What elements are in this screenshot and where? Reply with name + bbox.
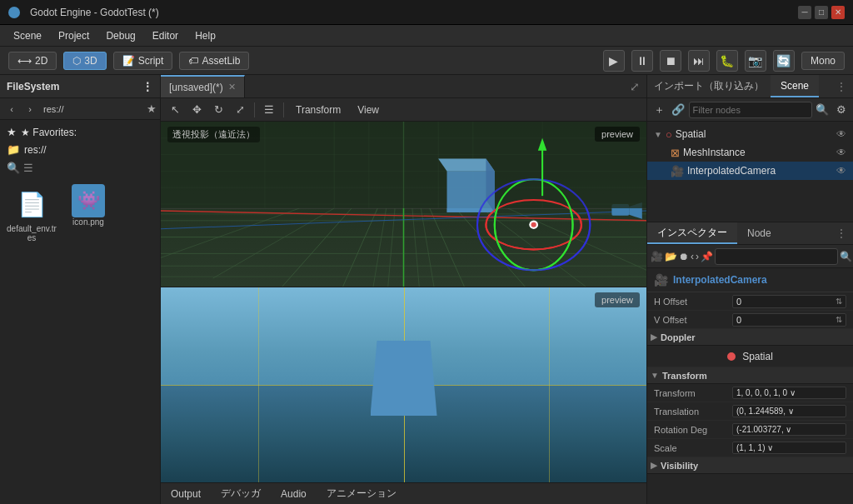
import-tab[interactable]: インポート（取り込み）	[647, 75, 771, 97]
stop-button[interactable]: ⏹	[660, 50, 681, 72]
insp-back-button[interactable]: ‹	[691, 247, 694, 266]
translation-label: Translation	[654, 407, 729, 417]
file-item-default-env[interactable]: 📄 default_env.tres	[7, 184, 57, 242]
inspector-body: 🎥 InterpolatedCamera H Offset 0 ⇅ V Offs…	[647, 268, 853, 504]
3d-icon: ⬡	[72, 55, 81, 67]
scale-tool-button[interactable]: ⤢	[231, 101, 249, 119]
close-button[interactable]: ✕	[831, 6, 845, 19]
visibility-section[interactable]: ▶ Visibility	[647, 457, 853, 474]
sync-button[interactable]: 🔄	[773, 50, 795, 72]
output-tab[interactable]: Output	[167, 487, 204, 502]
tab-close-button[interactable]: ✕	[228, 82, 236, 92]
transform-label: Transform	[662, 371, 707, 381]
filesystem-content: ★ ★ Favorites: 📁 res:// 🔍 ☰ 📄 default_en…	[0, 120, 160, 504]
2d-button[interactable]: ⟷ 2D	[8, 52, 57, 70]
insp-pin-button[interactable]: 📌	[701, 247, 713, 266]
preview-button-camera[interactable]: preview	[595, 292, 640, 307]
scene-search-button[interactable]: 🔍	[814, 101, 831, 119]
scene-filter-button[interactable]: ⚙	[832, 101, 850, 119]
insp-node-icon-btn[interactable]: 🎥	[651, 247, 663, 266]
audio-tab[interactable]: Audio	[277, 487, 310, 502]
v-offset-value[interactable]: 0 ⇅	[732, 313, 846, 327]
spatial-node[interactable]: ▼ ○ Spatial 👁	[647, 125, 853, 143]
camera-eye-icon[interactable]: 👁	[836, 165, 846, 177]
inspector-menu[interactable]: ⋮	[830, 227, 853, 239]
menu-help[interactable]: Help	[188, 27, 222, 44]
inspector-node-icon: 🎥	[654, 273, 668, 287]
unsaved-tab[interactable]: [unsaved](*) ✕	[161, 75, 245, 97]
step-button[interactable]: ⏭	[688, 50, 710, 72]
viewport-camera-preview[interactable]: preview	[161, 287, 646, 482]
interpolated-camera-node[interactable]: 🎥 InterpolatedCamera 👁	[647, 162, 853, 180]
transform-menu[interactable]: Transform	[289, 102, 347, 118]
res-folder-item[interactable]: 📁 res://	[0, 141, 160, 158]
scene-panel-menu[interactable]: ⋮	[830, 81, 853, 92]
inspector-tab[interactable]: インスペクター	[647, 222, 737, 244]
filesystem-menu-button[interactable]: ⋮	[142, 80, 153, 93]
godot-logo-icon	[8, 7, 20, 18]
mesh-label: MeshInstance	[683, 147, 746, 158]
h-offset-arrows[interactable]: ⇅	[836, 297, 842, 306]
res-folder-label: res://	[24, 144, 47, 156]
add-node-button[interactable]: ＋	[651, 101, 668, 119]
link-node-button[interactable]: 🔗	[670, 101, 687, 119]
pause-button[interactable]: ⏸	[631, 50, 653, 72]
preview-button-3d[interactable]: preview	[595, 127, 640, 142]
select-tool-button[interactable]: ↖	[166, 101, 184, 119]
mono-button[interactable]: Mono	[801, 52, 845, 70]
scene-tab[interactable]: Scene	[771, 75, 819, 97]
rotate-tool-button[interactable]: ↻	[209, 101, 227, 119]
menu-project[interactable]: Project	[52, 27, 96, 44]
nav-back-button[interactable]: ‹	[3, 101, 20, 117]
camera-label: InterpolatedCamera	[687, 165, 776, 177]
h-offset-val: 0	[736, 297, 741, 307]
transform-value[interactable]: 1, 0, 0, 0, 1, 0 ∨	[732, 387, 846, 399]
nav-forward-button[interactable]: ›	[22, 101, 38, 117]
maximize-button[interactable]: ⤢	[623, 75, 646, 97]
translation-value[interactable]: (0, 1.244589, ∨	[732, 405, 846, 417]
doppler-radio-button[interactable]	[727, 352, 736, 361]
insp-search-icon[interactable]: 🔍	[840, 247, 852, 266]
viewport-3d[interactable]: 透視投影（遠近法） preview	[161, 122, 646, 287]
mesh-eye-icon[interactable]: 👁	[836, 147, 846, 158]
h-offset-value[interactable]: 0 ⇅	[732, 295, 846, 308]
debug-button[interactable]: 🐛	[716, 50, 738, 72]
scene-toolbar: ＋ 🔗 🔍 ⚙	[647, 98, 853, 122]
menu-scene[interactable]: Scene	[7, 27, 48, 44]
favorites-item[interactable]: ★ ★ Favorites:	[0, 123, 160, 141]
animation-tab[interactable]: アニメーション	[323, 485, 400, 502]
v-offset-val: 0	[736, 315, 741, 325]
doppler-section[interactable]: ▶ Doppler	[647, 329, 853, 346]
menu-editor[interactable]: Editor	[146, 27, 185, 44]
scene-panel-header: インポート（取り込み） Scene ⋮	[647, 75, 853, 98]
v-offset-arrows[interactable]: ⇅	[836, 315, 842, 324]
minimize-button[interactable]: ─	[798, 6, 811, 19]
move-tool-button[interactable]: ✥	[187, 101, 206, 119]
spatial-eye-icon[interactable]: 👁	[836, 128, 846, 140]
maximize-button[interactable]: □	[815, 6, 828, 19]
scale-value[interactable]: (1, 1, 1) ∨	[732, 442, 846, 454]
insp-open-button[interactable]: 📂	[665, 247, 677, 266]
mesh-instance-node[interactable]: ⊠ MeshInstance 👁	[647, 143, 853, 162]
play-button[interactable]: ▶	[603, 50, 625, 72]
insp-history-button[interactable]: ⏺	[679, 247, 689, 266]
file-item-icon-png[interactable]: 👾 icon.png	[63, 184, 113, 242]
transform-section[interactable]: ▼ Transform	[647, 367, 853, 384]
editor-tab-bar: [unsaved](*) ✕ ⤢	[161, 75, 646, 98]
assetlib-button[interactable]: 🏷 AssetLib	[179, 52, 249, 70]
camera-button[interactable]: 📷	[745, 50, 766, 72]
list-view-icon[interactable]: ☰	[23, 162, 33, 174]
inspector-search-input[interactable]	[715, 248, 838, 265]
menu-debug[interactable]: Debug	[99, 27, 142, 44]
local-transform-button[interactable]: ☰	[260, 101, 278, 119]
res-path-label: res://	[40, 104, 67, 114]
rotation-deg-value[interactable]: (-21.003727, ∨	[732, 423, 846, 436]
node-tab[interactable]: Node	[737, 222, 781, 244]
favorite-button[interactable]: ★	[147, 102, 157, 115]
3d-button[interactable]: ⬡ 3D	[63, 52, 106, 70]
scene-search-input[interactable]	[689, 102, 812, 118]
debugger-tab[interactable]: デバッガ	[217, 485, 264, 502]
view-menu[interactable]: View	[351, 102, 386, 118]
insp-forward-button[interactable]: ›	[696, 247, 699, 266]
script-button[interactable]: 📝 Script	[113, 52, 173, 70]
